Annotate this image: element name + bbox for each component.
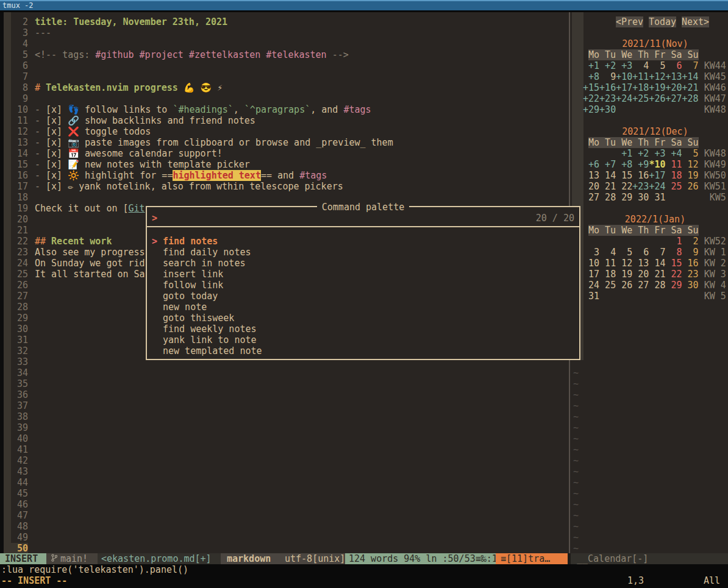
calendar-nav-prev-button[interactable]: <Prev xyxy=(616,16,643,27)
calendar-day[interactable] xyxy=(632,104,649,115)
palette-item[interactable]: new templated note xyxy=(147,345,579,356)
calendar-day[interactable]: +29 xyxy=(583,104,599,115)
editor-line[interactable]: 11- [x] 🔗 show backlinks and friend note… xyxy=(0,115,728,126)
calendar-day[interactable]: 20 xyxy=(632,269,649,280)
calendar-day[interactable] xyxy=(665,192,682,203)
calendar-day[interactable] xyxy=(583,236,599,247)
calendar-day[interactable]: 6 xyxy=(632,247,649,258)
calendar-day[interactable]: 18 xyxy=(665,170,682,181)
palette-item[interactable]: goto thisweek xyxy=(147,313,579,324)
calendar-day[interactable]: 1 xyxy=(665,236,682,247)
calendar-day[interactable]: +3 xyxy=(616,60,632,71)
calendar-day[interactable]: 9 xyxy=(599,71,616,82)
calendar-day[interactable] xyxy=(682,291,699,302)
calendar-day[interactable] xyxy=(682,192,699,203)
editor-line[interactable]: 3--- xyxy=(0,27,728,38)
calendar-day[interactable]: +17 xyxy=(649,170,665,181)
calendar-day[interactable]: 18 xyxy=(599,269,616,280)
calendar-day[interactable]: 4 xyxy=(599,247,616,258)
calendar-day[interactable] xyxy=(616,236,632,247)
calendar-day[interactable]: +15 xyxy=(583,82,599,93)
palette-item[interactable]: find weekly notes xyxy=(147,324,579,335)
calendar-day[interactable]: +26 xyxy=(649,93,665,104)
calendar-day[interactable]: 25 xyxy=(599,280,616,291)
calendar-day[interactable] xyxy=(599,236,616,247)
calendar-day[interactable]: 22 xyxy=(665,269,682,280)
calendar-day[interactable]: 29 xyxy=(616,192,632,203)
calendar-day[interactable] xyxy=(649,236,665,247)
calendar-day[interactable]: 31 xyxy=(649,192,665,203)
calendar-day[interactable] xyxy=(682,104,699,115)
buffer-tab-segment[interactable]: ≡ [11]tra… xyxy=(496,553,568,564)
calendar-day[interactable]: +6 xyxy=(583,159,599,170)
calendar-day[interactable]: +3 xyxy=(649,148,665,159)
calendar-day[interactable]: 28 xyxy=(649,280,665,291)
calendar-day[interactable]: 9 xyxy=(682,247,699,258)
calendar-day[interactable]: *10 xyxy=(649,159,665,170)
calendar-day[interactable]: 8 xyxy=(665,247,682,258)
calendar-day[interactable]: +7 xyxy=(599,159,616,170)
calendar-day[interactable] xyxy=(665,291,682,302)
calendar-day[interactable]: 23 xyxy=(682,269,699,280)
calendar-day[interactable]: +24 xyxy=(616,93,632,104)
calendar-day[interactable]: 5 xyxy=(616,247,632,258)
calendar-day[interactable]: 3 xyxy=(583,247,599,258)
palette-item[interactable]: follow link xyxy=(147,280,579,291)
calendar-day[interactable] xyxy=(616,104,632,115)
calendar-day[interactable]: 14 xyxy=(599,170,616,181)
calendar-day[interactable]: 14 xyxy=(649,258,665,269)
calendar-day[interactable]: +1 xyxy=(583,60,599,71)
palette-item[interactable]: goto today xyxy=(147,291,579,302)
calendar-day[interactable]: 26 xyxy=(682,181,699,192)
calendar-day[interactable]: +13 xyxy=(665,71,682,82)
calendar-day[interactable]: +11 xyxy=(632,71,649,82)
palette-item[interactable]: insert link xyxy=(147,269,579,280)
calendar-day[interactable]: 22 xyxy=(616,181,632,192)
calendar-day[interactable]: +9 xyxy=(632,159,649,170)
calendar-day[interactable] xyxy=(632,291,649,302)
calendar-day[interactable]: 2 xyxy=(682,236,699,247)
palette-item[interactable]: >find notes xyxy=(147,236,579,247)
calendar-day[interactable]: 20 xyxy=(583,181,599,192)
calendar-day[interactable]: 19 xyxy=(616,269,632,280)
calendar-day[interactable]: 27 xyxy=(583,192,599,203)
calendar-day[interactable]: 7 xyxy=(682,60,699,71)
calendar-day[interactable]: +18 xyxy=(632,82,649,93)
calendar-day[interactable]: 5 xyxy=(682,148,699,159)
calendar-day[interactable]: 26 xyxy=(616,280,632,291)
calendar-day[interactable] xyxy=(649,104,665,115)
palette-item[interactable]: new note xyxy=(147,302,579,313)
calendar-day[interactable]: 24 xyxy=(583,280,599,291)
calendar-day[interactable]: +12 xyxy=(649,71,665,82)
calendar-day[interactable]: 7 xyxy=(649,247,665,258)
calendar-day[interactable]: +25 xyxy=(632,93,649,104)
calendar-day[interactable]: +17 xyxy=(616,82,632,93)
calendar-day[interactable]: 16 xyxy=(632,170,649,181)
calendar-day[interactable] xyxy=(599,148,616,159)
calendar-day[interactable]: 12 xyxy=(616,258,632,269)
calendar-day[interactable]: 10 xyxy=(583,258,599,269)
calendar-day[interactable]: +28 xyxy=(682,93,699,104)
calendar-day[interactable]: +8 xyxy=(616,159,632,170)
calendar-day[interactable]: 4 xyxy=(632,60,649,71)
calendar-day[interactable] xyxy=(649,291,665,302)
calendar-day[interactable]: 30 xyxy=(632,192,649,203)
calendar-day[interactable] xyxy=(599,291,616,302)
calendar-day[interactable]: 11 xyxy=(665,159,682,170)
calendar-day[interactable]: +2 xyxy=(599,60,616,71)
calendar-day[interactable]: +24 xyxy=(649,181,665,192)
calendar-day[interactable]: +10 xyxy=(616,71,632,82)
calendar-day[interactable]: +14 xyxy=(682,71,699,82)
calendar-nav-next-button[interactable]: Next> xyxy=(682,16,709,27)
calendar-day[interactable] xyxy=(583,148,599,159)
calendar-day[interactable]: 12 xyxy=(682,159,699,170)
calendar-day[interactable]: +27 xyxy=(665,93,682,104)
calendar-day[interactable]: 17 xyxy=(583,269,599,280)
calendar-day[interactable]: 5 xyxy=(649,60,665,71)
command-line[interactable]: :lua require('telekasten').panel() xyxy=(1,564,188,575)
calendar-day[interactable]: +1 xyxy=(616,148,632,159)
calendar-day[interactable]: 30 xyxy=(682,280,699,291)
calendar-day[interactable]: 21 xyxy=(599,181,616,192)
calendar-day[interactable] xyxy=(665,104,682,115)
calendar-day[interactable]: +23 xyxy=(599,93,616,104)
